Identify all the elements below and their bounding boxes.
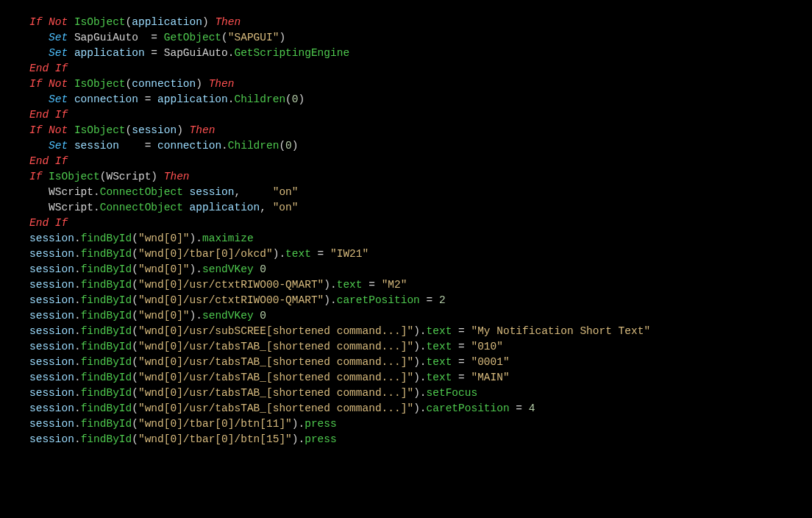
- code-token: [29, 32, 49, 43]
- code-token: "SAPGUI": [228, 32, 279, 43]
- code-token: Children: [234, 93, 285, 105]
- code-token: session: [29, 279, 74, 291]
- code-block: If Not IsObject(application) Then Set Sa…: [0, 0, 812, 469]
- code-token: ).: [413, 387, 426, 399]
- code-token: findById: [81, 418, 132, 430]
- code-token: [68, 140, 74, 152]
- code-token: (: [126, 16, 132, 28]
- code-token: [42, 171, 49, 182]
- code-token: WScript.: [29, 202, 100, 213]
- code-token: End: [29, 63, 49, 74]
- code-token: Then: [209, 78, 235, 90]
- code-token: "M2": [382, 279, 407, 291]
- code-line: session.findById("wnd[0]/tbar[0]/btn[11]…: [29, 416, 812, 432]
- code-token: =: [458, 356, 465, 368]
- code-token: application: [74, 47, 145, 59]
- code-token: (: [132, 310, 138, 322]
- code-token: [157, 32, 164, 43]
- code-token: ).: [413, 356, 426, 368]
- code-token: session: [29, 325, 74, 337]
- code-token: text: [427, 341, 452, 352]
- code-token: ).: [413, 402, 426, 414]
- code-token: [42, 16, 49, 28]
- code-token: ): [202, 16, 215, 28]
- code-token: .: [74, 279, 81, 291]
- code-token: Not: [49, 124, 68, 136]
- code-line: End If: [29, 107, 812, 123]
- code-token: =: [318, 248, 324, 260]
- code-token: session: [29, 248, 74, 260]
- code-token: text: [427, 325, 452, 337]
- code-line: session.findById("wnd[0]/usr/tabsTAB_[sh…: [29, 355, 812, 370]
- code-token: sendVKey: [202, 310, 254, 322]
- code-token: .: [74, 372, 81, 383]
- code-token: [452, 325, 458, 337]
- code-token: (: [279, 140, 285, 152]
- code-token: "wnd[0]": [138, 310, 190, 322]
- code-token: session: [29, 387, 74, 399]
- code-token: If: [29, 124, 42, 136]
- code-token: =: [458, 325, 465, 337]
- code-token: session: [190, 186, 235, 198]
- code-token: ).: [273, 248, 285, 260]
- code-token: [68, 16, 74, 28]
- code-token: 2: [439, 294, 446, 306]
- code-token: [452, 341, 458, 352]
- code-token: 0: [292, 93, 299, 105]
- code-token: "MAIN": [471, 372, 509, 383]
- code-token: findById: [81, 233, 132, 244]
- code-token: text: [285, 248, 311, 260]
- code-token: .: [74, 341, 81, 352]
- code-token: "wnd[0]/usr/ctxtRIWO00-QMART": [138, 294, 324, 306]
- code-token: =: [427, 294, 433, 306]
- code-token: ).: [324, 279, 336, 291]
- code-token: Children: [228, 140, 279, 152]
- code-token: IsObject: [74, 78, 126, 90]
- code-token: "wnd[0]": [138, 263, 190, 275]
- code-token: session: [29, 233, 74, 244]
- code-token: (: [126, 124, 132, 136]
- code-token: "wnd[0]": [138, 233, 190, 244]
- code-token: ).: [324, 294, 336, 306]
- code-line: session.findById("wnd[0]").sendVKey 0: [29, 308, 812, 324]
- code-token: "wnd[0]/usr/ctxtRIWO00-QMART": [138, 279, 324, 291]
- code-token: "wnd[0]/usr/subSCREE[shortened command..…: [138, 325, 413, 337]
- code-token: =: [516, 402, 522, 414]
- code-token: End: [29, 217, 49, 229]
- code-token: .: [74, 233, 81, 244]
- code-token: session: [29, 372, 74, 383]
- code-token: (: [285, 93, 292, 105]
- code-token: [363, 279, 369, 291]
- code-token: Set: [49, 93, 68, 105]
- code-token: Set: [49, 32, 68, 43]
- code-token: "wnd[0]/tbar[0]/btn[11]": [138, 418, 292, 430]
- code-token: SapGuiAuto: [68, 32, 151, 43]
- code-token: [452, 372, 458, 383]
- code-line: session.findById("wnd[0]/usr/tabsTAB_[sh…: [29, 401, 812, 416]
- code-token: ).: [190, 233, 202, 244]
- code-line: session.findById("wnd[0]/usr/tabsTAB_[sh…: [29, 386, 812, 401]
- code-line: Set application = SapGuiAuto.GetScriptin…: [29, 46, 812, 61]
- code-token: .: [74, 310, 81, 322]
- code-token: Not: [49, 16, 68, 28]
- code-line: session.findById("wnd[0]/usr/subSCREE[sh…: [29, 324, 812, 339]
- code-token: ): [196, 78, 208, 90]
- code-token: (: [132, 233, 138, 244]
- code-token: [49, 155, 55, 167]
- code-line: If Not IsObject(session) Then: [29, 123, 812, 138]
- code-line: session.findById("wnd[0]/tbar[0]/okcd").…: [29, 246, 812, 262]
- code-token: [138, 93, 145, 105]
- code-token: [311, 248, 318, 260]
- code-token: "wnd[0]/usr/tabsTAB_[shortened command..…: [138, 402, 413, 414]
- code-token: connection: [157, 140, 221, 152]
- code-token: (: [132, 433, 138, 445]
- code-token: "IW21": [330, 248, 368, 260]
- code-token: findById: [81, 248, 132, 260]
- code-token: IsObject: [74, 124, 126, 136]
- code-token: session: [29, 310, 74, 322]
- code-token: session: [29, 402, 74, 414]
- code-token: "wnd[0]/usr/tabsTAB_[shortened command..…: [138, 341, 413, 352]
- code-token: session: [29, 263, 74, 275]
- code-token: Not: [49, 78, 68, 90]
- code-token: "wnd[0]/tbar[0]/btn[15]": [138, 433, 292, 445]
